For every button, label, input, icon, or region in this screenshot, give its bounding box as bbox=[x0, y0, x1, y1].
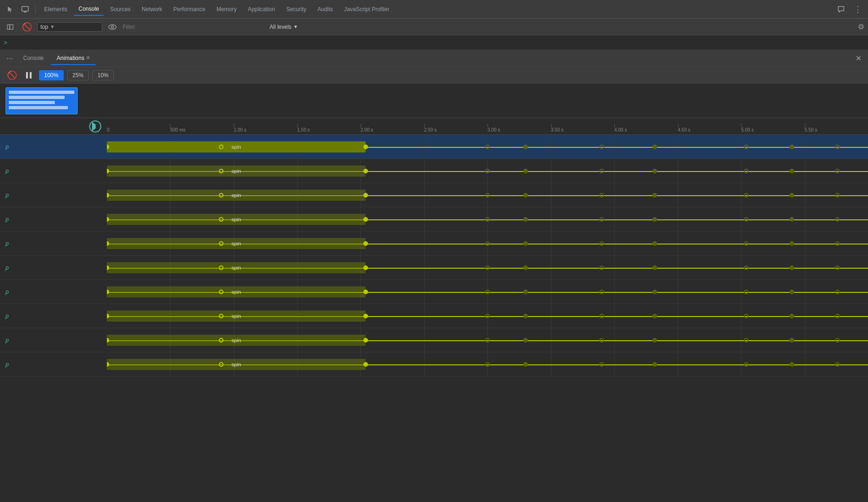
sidebar-toggle-icon[interactable] bbox=[4, 20, 17, 33]
anim-row-5[interactable]: pspin bbox=[0, 256, 868, 280]
preview-area bbox=[0, 84, 868, 118]
keyframe-dot bbox=[835, 217, 840, 222]
keyframe-dot bbox=[744, 169, 749, 173]
context-selector[interactable]: top ▼ bbox=[37, 22, 102, 32]
keyframe-dot bbox=[599, 290, 604, 294]
keyframe-dot bbox=[789, 338, 794, 343]
anim-bar-9: spin bbox=[107, 359, 366, 370]
keyframe-dot bbox=[485, 338, 490, 343]
tab-console[interactable]: Console bbox=[74, 3, 104, 16]
ruler-tick bbox=[424, 124, 425, 127]
no-entry-anim-icon[interactable]: 🚫 bbox=[6, 69, 19, 82]
more-panels-icon[interactable]: ⋯ bbox=[4, 53, 16, 64]
tab-memory[interactable]: Memory bbox=[212, 3, 241, 15]
anim-bar-4: spin bbox=[107, 238, 366, 249]
eye-icon[interactable] bbox=[106, 20, 119, 33]
tab-elements[interactable]: Elements bbox=[39, 3, 72, 15]
panel-tab-console[interactable]: Console bbox=[18, 52, 49, 65]
keyframe-dot bbox=[789, 314, 794, 318]
keyframe-dot bbox=[835, 169, 840, 173]
svg-rect-4 bbox=[10, 25, 13, 29]
keyframe-dot bbox=[363, 193, 368, 198]
tab-security[interactable]: Security bbox=[282, 3, 311, 15]
console-input[interactable] bbox=[10, 40, 864, 46]
keyframe-dot bbox=[485, 145, 490, 149]
tab-application[interactable]: Application bbox=[243, 3, 280, 15]
svg-point-6 bbox=[112, 26, 114, 28]
keyframe-dot bbox=[363, 265, 368, 270]
tab-performance[interactable]: Performance bbox=[169, 3, 210, 15]
tab-js-profiler[interactable]: JavaScript Profiler bbox=[340, 3, 394, 15]
playback-scrubber[interactable] bbox=[89, 120, 101, 132]
anim-row-6[interactable]: pspin bbox=[0, 280, 868, 304]
ruler-mark-6: 3.00 s bbox=[487, 124, 500, 132]
close-panel-icon[interactable]: ✕ bbox=[853, 52, 864, 65]
keyframe-dot bbox=[363, 169, 368, 173]
anim-row-2[interactable]: pspin bbox=[0, 183, 868, 207]
keyframe-dot bbox=[744, 265, 749, 270]
screen-icon[interactable] bbox=[19, 3, 32, 16]
keyframe-dot bbox=[789, 241, 794, 246]
keyframe-dot bbox=[835, 362, 840, 367]
filter-input[interactable] bbox=[123, 24, 262, 30]
svg-rect-3 bbox=[7, 25, 10, 29]
anim-name-label: spin bbox=[231, 168, 241, 174]
speed-100-button[interactable]: 100% bbox=[39, 70, 64, 80]
anim-row-0[interactable]: pspin bbox=[0, 135, 868, 159]
preview-line-4 bbox=[9, 106, 68, 109]
speed-10-button[interactable]: 10% bbox=[92, 70, 114, 80]
anim-name-label: spin bbox=[231, 144, 241, 150]
more-options-icon[interactable]: ⋮ bbox=[851, 3, 864, 16]
anim-row-label-9: p bbox=[0, 361, 107, 368]
anim-controls: 🚫 100% 25% 10% bbox=[0, 67, 868, 84]
keyframe-dot bbox=[363, 362, 368, 367]
keyframe-dot bbox=[652, 338, 657, 343]
settings-icon[interactable]: ⚙ bbox=[858, 22, 864, 31]
ruler-tick bbox=[361, 124, 361, 127]
keyframe-dot bbox=[523, 265, 528, 270]
anim-row-track-7: spin bbox=[107, 304, 868, 328]
anim-row-9[interactable]: pspin bbox=[0, 352, 868, 376]
keyframe-dot bbox=[523, 338, 528, 343]
keyframe-dot bbox=[363, 290, 368, 294]
anim-row-track-0: spin bbox=[107, 135, 868, 159]
keyframe-dot bbox=[599, 217, 604, 222]
chat-icon[interactable] bbox=[835, 3, 848, 16]
keyframe-dot bbox=[219, 169, 224, 173]
anim-row-4[interactable]: pspin bbox=[0, 231, 868, 256]
cursor-icon[interactable] bbox=[4, 3, 17, 16]
ruler-mark-1: 500 ms bbox=[170, 124, 185, 132]
svg-rect-8 bbox=[30, 72, 32, 79]
preview-line-2 bbox=[9, 96, 65, 99]
anim-bar-8: spin bbox=[107, 335, 366, 346]
keyframe-dot bbox=[744, 314, 749, 318]
anim-row-label-8: p bbox=[0, 337, 107, 343]
anim-name-label: spin bbox=[231, 362, 241, 367]
keyframe-dot bbox=[652, 217, 657, 222]
pause-button[interactable] bbox=[22, 69, 35, 82]
tab-sources[interactable]: Sources bbox=[105, 3, 135, 15]
keyframe-dot bbox=[523, 241, 528, 246]
close-animations-tab-icon[interactable]: ✕ bbox=[86, 55, 90, 61]
anim-row-track-3: spin bbox=[107, 207, 868, 231]
anim-bar-0: spin bbox=[107, 141, 366, 152]
panel-tab-animations[interactable]: Animations ✕ bbox=[51, 52, 96, 65]
anim-row-8[interactable]: pspin bbox=[0, 328, 868, 352]
tab-audits[interactable]: Audits bbox=[313, 3, 337, 15]
ruler-mark-11: 5.50 s bbox=[805, 124, 817, 132]
anim-name-label: spin bbox=[231, 192, 241, 198]
clear-console-icon[interactable]: 🚫 bbox=[20, 20, 33, 33]
keyframe-dot bbox=[744, 145, 749, 149]
anim-row-label-7: p bbox=[0, 313, 107, 319]
keyframe-dot bbox=[485, 314, 490, 318]
anim-row-3[interactable]: pspin bbox=[0, 207, 868, 231]
speed-25-button[interactable]: 25% bbox=[67, 70, 89, 80]
keyframe-dot bbox=[219, 338, 224, 343]
keyframe-dot bbox=[652, 169, 657, 173]
anim-row-1[interactable]: pspin bbox=[0, 159, 868, 183]
anim-row-7[interactable]: pspin bbox=[0, 304, 868, 328]
levels-dropdown[interactable]: All levels ▼ bbox=[266, 22, 302, 32]
anim-row-label-6: p bbox=[0, 289, 107, 295]
tab-network[interactable]: Network bbox=[137, 3, 167, 15]
keyframe-dot bbox=[523, 169, 528, 173]
